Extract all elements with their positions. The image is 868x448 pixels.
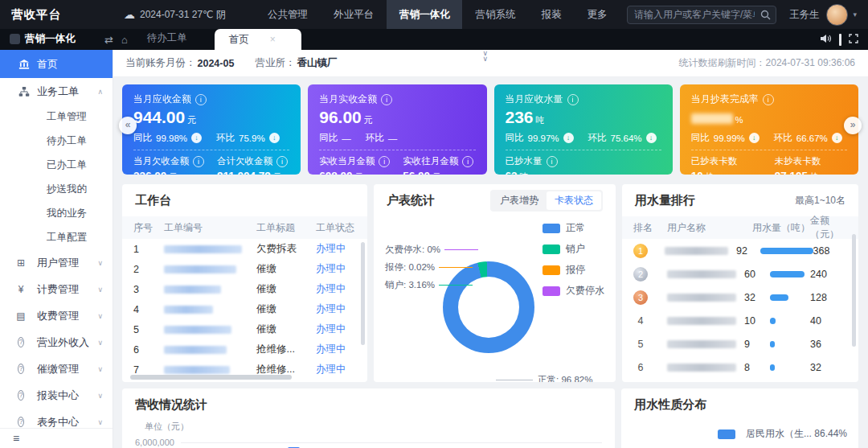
workbench-panel: 工作台 序号 工单编号 工单标题 工单状态 1 欠费拆表 办理中 [122,184,367,382]
group-icon [18,390,31,401]
info-icon[interactable]: i [195,94,207,105]
legend-swatch [718,430,735,439]
redacted-order-no [164,326,231,334]
chevron-down-icon: ∨ [97,339,103,347]
sidebar-collapse[interactable]: ≡ [0,428,113,448]
vertical-scrollbar[interactable] [361,242,365,345]
legend-item[interactable]: 报停 [542,263,604,277]
home-icon[interactable]: ⌂ [121,34,128,46]
chevron-down-icon[interactable]: ▾ [853,10,857,18]
table-row[interactable]: 4 10 40 [622,309,858,332]
tab-card-status[interactable]: 卡表状态 [547,191,601,210]
panel-title: 户表统计 [387,193,435,208]
sidebar-subitem[interactable]: 工单配置 [0,225,113,249]
tab-home[interactable]: 首页 × [215,29,301,50]
card-received-amount: 当月实收金额i 96.00元 同比— 环比— 实收当月金额i 608.00元 实… [308,84,486,175]
speaker-icon[interactable] [821,32,832,47]
sidebar-subitem[interactable]: 已办工单 [0,153,113,177]
sidebar-item-group[interactable]: 计费管理 ∨ [0,276,113,302]
sidebar-item-group[interactable]: 收费管理 ∨ [0,302,113,329]
table-row[interactable]: 5 9 36 [622,332,858,356]
table-row[interactable]: 3 催缴 办理中 [122,279,367,299]
hamburger-icon: ≡ [13,432,19,445]
sidebar-subitem[interactable]: 我的业务 [0,201,113,225]
redacted-user-name [667,294,736,302]
info-icon[interactable]: i [547,156,558,167]
global-search [627,6,776,24]
top-menu-item[interactable]: 营销一体化 [387,0,463,29]
info-icon[interactable]: i [763,94,774,105]
legend-item[interactable]: 欠费停水 [542,284,604,298]
table-row[interactable]: 4 催缴 办理中 [122,299,367,319]
top-menu-item[interactable]: 更多 [574,0,620,29]
table-row[interactable]: 5 催缴 办理中 [122,319,367,339]
collapse-chevrons-icon[interactable]: ∨∨ [483,51,489,62]
down-arrow-icon: ↓ [749,133,760,143]
down-arrow-icon: ↓ [646,133,657,143]
sidebar-item-group[interactable]: 报装中心 ∨ [0,382,113,409]
horizontal-scrollbar[interactable] [130,375,292,380]
info-icon[interactable]: i [379,156,390,167]
group-icon [18,364,31,374]
avatar[interactable] [826,4,848,26]
table-row[interactable]: 1 欠费拆表 办理中 [122,239,367,259]
sidebar-subitem[interactable]: 抄送我的 [0,177,113,201]
rank-medal: 5 [633,337,648,351]
gridline [181,442,602,443]
account-month-label: 当前账务月份： [125,56,196,70]
card-receivable-water: 当月应收水量i 236吨 同比99.97%↓ 环比75.64%↓ 已抄水量i 6… [494,84,673,175]
group-icon [18,257,31,269]
card-receivable-amount: 当月应收金额i 944.00元 同比99.98%↓ 环比75.9%↓ 当月欠收金… [122,84,301,175]
vertical-scrollbar[interactable] [852,234,856,347]
redacted-order-no [164,346,227,354]
info-icon[interactable]: i [276,156,288,167]
search-icon[interactable] [760,9,771,23]
legend-item[interactable]: 销户 [542,242,604,256]
tab-meter-trend[interactable]: 户表增势 [492,191,547,210]
redacted-user-name [667,270,736,278]
fullscreen-icon[interactable] [849,32,858,47]
panel-title: 用水性质分布 [634,397,706,413]
table-row[interactable]: 3 32 128 [622,286,858,309]
down-arrow-icon: ↓ [832,133,842,143]
tab-pending-orders[interactable]: 待办工单 [147,31,187,45]
bottom-row: 营收情况统计 单位（元） 6,000,000 用水性质分布 居民用水（生... … [122,388,858,448]
info-icon[interactable]: i [462,156,473,167]
sidebar-item-group[interactable]: 营业外收入 ∨ [0,329,113,356]
office-value[interactable]: 香山镇厂 [297,56,337,70]
sidebar-subitem[interactable]: 待办工单 [0,129,113,153]
axis-row: 6,000,000 [122,433,615,447]
account-month-value[interactable]: 2024-05 [198,58,235,69]
swap-arrows-icon[interactable]: ⇄ [104,34,113,46]
table-row[interactable]: 2 催缴 办理中 [122,259,367,279]
rank-medal: 6 [633,360,648,375]
close-icon[interactable]: × [270,34,276,45]
top-menu-item[interactable]: 公共管理 [255,0,321,29]
top-bar: 营收平台 ☁ 2024-07-31 27℃ 阴 公共管理 外业平台 营销一体化 … [0,0,868,29]
table-row[interactable]: 2 60 240 [622,262,858,286]
top-menu-item[interactable]: 营销系统 [462,0,528,29]
sidebar-subitem[interactable]: 工单管理 [0,105,113,129]
table-row[interactable]: 6 8 32 [622,356,858,379]
table-row[interactable]: 1 92 368 [622,239,858,262]
sidebar-item-home[interactable]: 首页 [0,50,113,78]
rank-medal: 4 [633,314,648,328]
sidebar-item-group[interactable]: 用户管理 ∨ [0,249,113,276]
sidebar-item-work-orders[interactable]: 业务工单 ∧ [0,78,113,105]
table-row[interactable]: 6 抢维修... 办理中 [122,339,367,360]
chart-legend[interactable]: 居民用水（生... 86.44% [718,427,847,441]
legend-item[interactable]: 正常 [542,221,604,235]
bank-icon [18,59,31,70]
info-icon[interactable]: i [567,94,579,105]
top-menu-item[interactable]: 外业平台 [321,0,387,29]
down-arrow-icon: ↓ [191,133,202,143]
search-input[interactable] [627,6,776,24]
carousel-prev-button[interactable]: « [119,117,137,134]
table-body: 1 欠费拆表 办理中 2 催缴 办理中 [122,239,367,380]
info-icon[interactable]: i [381,94,392,105]
sidebar-item-group[interactable]: 催缴管理 ∨ [0,356,113,382]
carousel-next-button[interactable]: » [844,117,862,134]
top-menu-item[interactable]: 报装 [528,0,574,29]
chevron-down-icon: ∨ [97,365,103,373]
info-icon[interactable]: i [193,156,204,167]
